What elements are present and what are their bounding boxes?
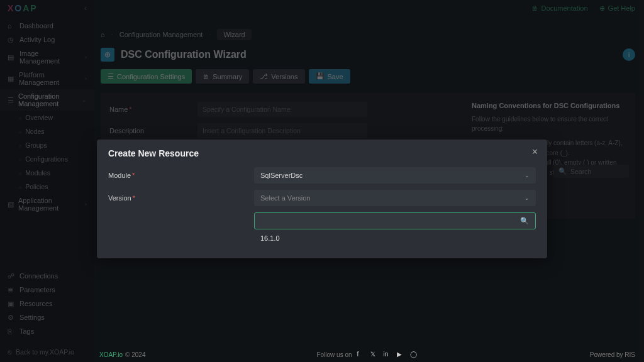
twitter-icon[interactable]: 𝕏 [370,351,379,359]
create-resource-modal: Create New Resource ✕ Module* SqlServerD… [97,140,547,258]
footer-social: Follow us on f 𝕏 in ▶ ◯ [316,351,418,359]
modal-row-module: Module* SqlServerDsc ⌄ [108,167,536,184]
chevron-down-icon: ⌄ [525,172,530,178]
version-select[interactable]: Select a Version ⌄ [254,190,536,206]
chevron-down-icon: ⌄ [525,195,530,201]
version-label: Version* [108,194,254,202]
follow-label: Follow us on [316,351,352,358]
module-select[interactable]: SqlServerDsc ⌄ [254,167,536,184]
version-search-input[interactable] [261,217,520,225]
github-icon[interactable]: ◯ [410,351,418,359]
label-text: Module [108,172,131,179]
modal-close-icon[interactable]: ✕ [531,147,538,156]
required-mark: * [132,172,135,179]
search-icon: 🔍 [520,217,529,225]
version-placeholder: Select a Version [260,194,311,202]
footer-copyright: © 2024 [125,351,145,358]
linkedin-icon[interactable]: in [384,351,392,359]
footer: XOAP.io © 2024 Follow us on f 𝕏 in ▶ ◯ P… [99,351,635,358]
required-mark: * [133,194,135,202]
footer-powered: Powered by RIS [590,351,635,358]
module-label: Module* [108,172,254,179]
version-search[interactable]: 🔍 [254,212,536,229]
label-text: Version [108,194,131,202]
version-option[interactable]: 16.1.0 [254,229,536,247]
modal-title: Create New Resource [108,148,536,158]
youtube-icon[interactable]: ▶ [397,351,405,359]
modal-row-version: Version* Select a Version ⌄ [108,190,536,206]
module-value: SqlServerDsc [260,172,303,179]
facebook-icon[interactable]: f [357,351,365,359]
footer-brand[interactable]: XOAP.io [99,351,123,358]
